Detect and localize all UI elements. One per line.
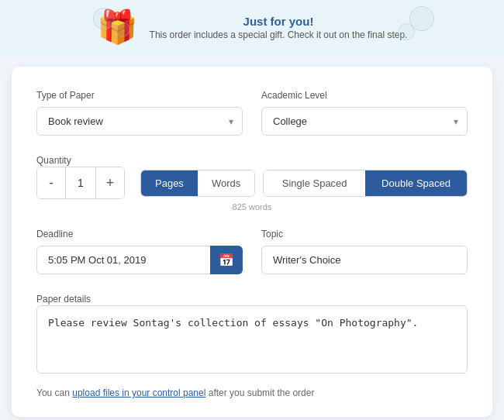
stepper-minus-button[interactable]: - (37, 167, 65, 198)
single-spaced-button[interactable]: Single Spaced (264, 170, 365, 196)
academic-level-select-wrap: High School College University Master's … (261, 107, 468, 136)
paper-details-label: Paper details (36, 294, 91, 305)
pages-words-toggle: Pages Words (140, 170, 255, 197)
row-type-academic: Type of Paper Book review Essay Research… (36, 90, 468, 136)
deadline-input-wrap: 📅 (36, 246, 243, 274)
type-of-paper-label: Type of Paper (36, 90, 243, 101)
deadline-label: Deadline (36, 229, 243, 239)
academic-level-label: Academic Level (261, 90, 468, 101)
quantity-label: Quantity (36, 155, 71, 166)
type-of-paper-select[interactable]: Book review Essay Research Paper Dissert… (36, 107, 243, 136)
row-deadline-topic: Deadline 📅 Topic (36, 229, 468, 274)
upload-note-prefix: You can (36, 387, 72, 398)
deco-circle-4 (398, 23, 415, 40)
upload-note-suffix: after you submit the order (205, 387, 314, 398)
upload-files-link[interactable]: upload files in your control panel (72, 387, 205, 398)
words-hint: 825 words (36, 202, 468, 212)
paper-details-section: Paper details Please review Sontag's col… (36, 291, 468, 377)
spacing-toggle: Single Spaced Double Spaced (263, 170, 468, 197)
upload-note: You can upload files in your control pan… (36, 387, 468, 398)
quantity-controls-row: - + Pages Words Single Spaced Double Spa… (36, 167, 468, 199)
paper-details-textarea[interactable]: Please review Sontag's collection of ess… (36, 305, 468, 374)
calendar-icon: 📅 (219, 253, 234, 267)
quantity-input[interactable] (65, 167, 96, 198)
deadline-group: Deadline 📅 (36, 229, 243, 274)
topic-input[interactable] (261, 246, 468, 274)
deco-circle-1 (93, 8, 115, 29)
topic-group: Topic (261, 229, 468, 274)
form-card: Type of Paper Book review Essay Research… (12, 67, 492, 417)
deco-circle-2 (115, 22, 130, 37)
quantity-section: Quantity - + Pages Words Single Spaced D… (36, 153, 468, 212)
type-of-paper-select-wrap: Book review Essay Research Paper Dissert… (36, 107, 243, 136)
words-button[interactable]: Words (198, 170, 254, 196)
type-of-paper-group: Type of Paper Book review Essay Research… (36, 90, 243, 136)
calendar-button[interactable]: 📅 (210, 246, 243, 274)
double-spaced-button[interactable]: Double Spaced (365, 170, 467, 196)
quantity-stepper: - + (36, 167, 125, 199)
academic-level-select[interactable]: High School College University Master's … (261, 107, 468, 136)
gift-subtitle: This order includes a special gift. Chec… (150, 29, 408, 40)
stepper-plus-button[interactable]: + (96, 167, 124, 198)
pages-button[interactable]: Pages (141, 170, 198, 196)
gift-text: Just for you! This order includes a spec… (150, 15, 408, 40)
topic-label: Topic (261, 229, 468, 239)
academic-level-group: Academic Level High School College Unive… (261, 90, 468, 136)
gift-banner: 🎁 Just for you! This order includes a sp… (0, 0, 504, 54)
gift-title: Just for you! (243, 15, 314, 28)
